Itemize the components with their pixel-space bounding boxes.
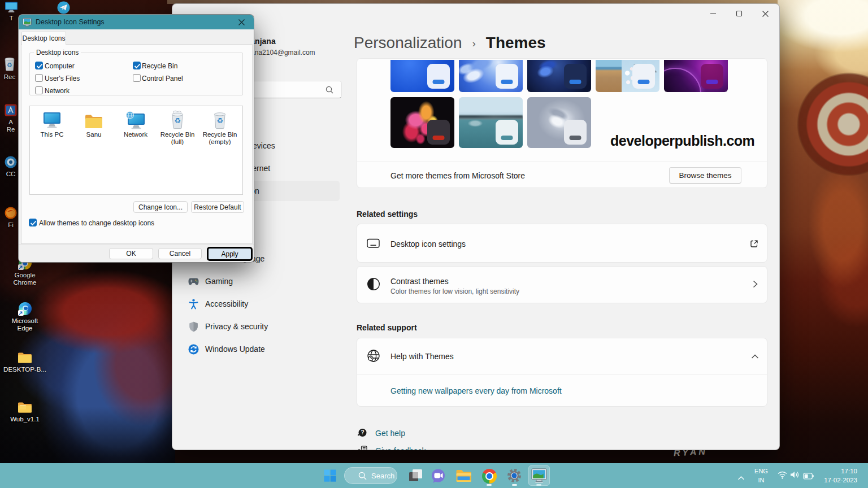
edge-icon-core: [24, 307, 28, 310]
get-help-link[interactable]: ? Get help: [357, 428, 405, 438]
theme-thumbnail-flower-dark[interactable]: [390, 97, 454, 148]
maximize-icon: [736, 10, 743, 17]
ok-button[interactable]: OK: [109, 248, 153, 259]
theme-thumbnail-glow-dark[interactable]: [664, 60, 728, 92]
chat-button[interactable]: [430, 468, 446, 483]
listbox-item-recycle-full[interactable]: ♻ Recycle Bin(full): [159, 109, 196, 146]
tab-desktop-icons[interactable]: Desktop Icons: [21, 32, 66, 45]
globe-help-icon: [367, 349, 380, 365]
theme-thumbnail-bloom-silver[interactable]: [527, 97, 591, 148]
checkbox-control-panel[interactable]: [133, 74, 141, 82]
desktop-icon-telegram[interactable]: [57, 1, 70, 14]
display-settings-running-indicator: [536, 484, 541, 486]
close-icon: [238, 19, 245, 26]
help-with-themes-card: Help with Themes Getting new wallpapers …: [357, 338, 767, 407]
theme-thumbnail-bloom-dark[interactable]: [527, 60, 591, 92]
chrome-button[interactable]: [481, 468, 497, 483]
tray-date: 17-02-2023: [824, 476, 857, 485]
desktop-icon-folder-wub[interactable]: Wub_v1.1: [8, 402, 42, 423]
theme-thumbnail-bloom-light[interactable]: [459, 60, 523, 92]
theme-mini-window-overlay: [427, 120, 450, 145]
checkbox-allow-themes[interactable]: [29, 219, 37, 226]
theme-accent-pill: [570, 80, 581, 84]
desktop-icon-app-cc[interactable]: CC: [5, 156, 17, 178]
shield-icon: [188, 321, 199, 332]
theme-mini-window-overlay: [496, 120, 518, 145]
help-with-themes-row[interactable]: Help with Themes: [357, 338, 767, 374]
nav-item-accessibility[interactable]: Accessibility: [180, 294, 340, 314]
restore-default-button[interactable]: Restore Default: [191, 201, 244, 213]
task-view-button[interactable]: [408, 468, 423, 483]
listbox-item-recycle-empty[interactable]: ♻ Recycle Bin(empty): [201, 109, 238, 146]
file-explorer-button[interactable]: [455, 468, 472, 483]
dialog-close-button[interactable]: [231, 15, 251, 29]
nav-item-gaming[interactable]: Gaming: [180, 271, 340, 291]
desktop-icon-label: Rec: [4, 73, 15, 81]
checkbox-recycle-bin[interactable]: [133, 62, 141, 69]
tray-chevron-up[interactable]: [737, 473, 745, 483]
checkbox-computer[interactable]: [35, 62, 43, 69]
breadcrumb: Personalization › Themes: [354, 34, 546, 52]
chevron-up-icon: [751, 353, 759, 363]
theme-thumbnail-windows-blue[interactable]: [390, 60, 454, 92]
watermark: developerpublish.com: [610, 133, 754, 149]
taskbar: Search: [0, 463, 868, 488]
settings-button[interactable]: [507, 468, 522, 483]
checkbox-network[interactable]: [35, 86, 43, 94]
listbox-item-this-pc[interactable]: This PC: [33, 109, 71, 138]
desktop-icons-group: Desktop icons Computer Recycle Bin User'…: [29, 53, 243, 95]
link-getting-new-wallpapers[interactable]: Getting new wallpapers every day from Mi…: [390, 386, 562, 395]
listbox-item-sanu[interactable]: Sanu: [75, 109, 112, 138]
start-button[interactable]: [323, 469, 337, 482]
desktop-icon-recycle-bin[interactable]: ♻ Rec: [3, 55, 16, 81]
contrast-themes-row[interactable]: Contrast themes Color themes for low vis…: [357, 266, 767, 303]
thumbnail-art: [529, 60, 565, 87]
desktop-icon-label: Fi: [8, 221, 14, 229]
network-icon: [125, 111, 146, 129]
wifi-icon[interactable]: [778, 471, 787, 481]
tray-clock[interactable]: 17:10 17-02-2023: [824, 467, 857, 485]
checkbox-users-files[interactable]: [35, 74, 43, 82]
nav-item-privacy-security[interactable]: Privacy & security: [180, 316, 340, 337]
group-label: Desktop icons: [34, 49, 81, 56]
theme-accent-pill: [570, 136, 581, 140]
app-a-icon: [5, 104, 17, 116]
related-settings-heading: Related settings: [357, 210, 418, 219]
desktop-icon-app-a[interactable]: ARe: [5, 104, 17, 133]
dialog-titlebar[interactable]: Desktop Icon Settings: [19, 15, 254, 29]
change-icon-button[interactable]: Change Icon...: [133, 201, 188, 213]
desktop-icon-microsoft-edge[interactable]: MicrosoftEdge: [12, 302, 37, 332]
theme-mini-window-overlay: [564, 64, 587, 89]
give-feedback-link[interactable]: Give feedback: [357, 446, 426, 450]
apply-button[interactable]: Apply: [207, 247, 253, 261]
theme-accent-pill: [638, 80, 650, 84]
search-icon: [358, 472, 367, 480]
volume-icon[interactable]: [790, 470, 800, 481]
desktop-icon-folder-desktop-b[interactable]: DESKTOP-B...: [8, 352, 42, 373]
windows-logo-icon: [324, 469, 336, 482]
nav-item-windows-update[interactable]: Windows Update: [180, 339, 340, 359]
cancel-button[interactable]: Cancel: [158, 248, 202, 259]
theme-thumbnail-photos[interactable]: [596, 60, 659, 92]
chevron-right-icon: [751, 280, 759, 290]
browse-themes-button[interactable]: Browse themes: [669, 167, 741, 184]
breadcrumb-personalization[interactable]: Personalization: [354, 34, 462, 52]
allow-themes-label: Allow themes to change desktop icons: [39, 219, 154, 227]
minimize-button[interactable]: [700, 4, 726, 23]
desktop-icon-app-fi[interactable]: Fi: [5, 207, 17, 229]
close-button[interactable]: [752, 4, 778, 23]
feedback-icon: [357, 446, 367, 450]
tray-language[interactable]: ENGIN: [754, 467, 769, 485]
theme-accent-pill: [501, 136, 513, 140]
taskbar-search[interactable]: Search: [344, 467, 397, 484]
app-icon: [19, 302, 32, 315]
maximize-button[interactable]: [726, 4, 752, 23]
desktop-icon-this-pc[interactable]: T: [5, 2, 18, 22]
desktop-monitor-icon: [367, 238, 380, 252]
battery-icon[interactable]: [803, 472, 814, 482]
svg-text:♻: ♻: [216, 116, 223, 125]
theme-thumbnail-landscape[interactable]: [459, 97, 523, 148]
desktop-icon-settings-row[interactable]: Desktop icon settings: [357, 224, 767, 263]
listbox-item-network[interactable]: Network: [117, 109, 154, 138]
display-settings-taskbar-button[interactable]: [528, 465, 550, 486]
